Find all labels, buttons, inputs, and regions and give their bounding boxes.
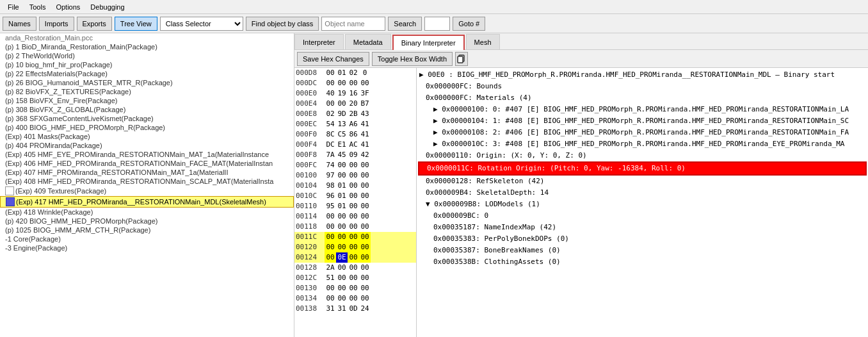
tree-item-1025[interactable]: (p) 1025 BIOG_HMM_ARM_CTH_R(Package)	[0, 226, 294, 234]
hex-line: 0010097000000	[294, 170, 416, 181]
object-name-input[interactable]	[321, 17, 385, 31]
left-panel: anda_Restoration_Main.pcc (p) 1 BioD_Mir…	[0, 33, 294, 337]
menu-tools[interactable]: Tools	[24, 2, 51, 12]
data-line-lod-models[interactable]: ▼ 0x000009B8: LODModels (1)	[418, 199, 867, 210]
tree-item-7[interactable]: (p) 158 BioVFX_Env_Fire(Package)	[0, 96, 294, 105]
toolbar: Names Imports Exports Tree View Class Se…	[0, 14, 868, 33]
imports-button[interactable]: Imports	[39, 17, 74, 31]
tree-item-16[interactable]: (Exp) 408 HMF_HED_PROMiranda_RESTORATION…	[0, 177, 294, 186]
data-line-per-poly[interactable]: 0x00035383: PerPolyBonekDOPs (0)	[418, 233, 867, 245]
right-panel: Interpreter Metadata Binary Interpreter …	[294, 33, 868, 337]
hex-line: 000F87A450942	[294, 150, 416, 160]
data-line-origin: 0x00000110: Origin: (X: 0, Y: 0, Z: 0)	[418, 150, 867, 161]
data-line-mat1[interactable]: ▶ 0x00000104: 1: #408 [E] BIOG_HMF_HED_P…	[418, 115, 867, 127]
tree-item-11[interactable]: (Exp) 401 Masks(Package)	[0, 132, 294, 141]
toggle-hex-button[interactable]: Toggle Hex Box Width	[372, 52, 453, 66]
hex-line: 001282A000000	[294, 263, 416, 273]
tree-item-13[interactable]: (Exp) 405 HMF_EYE_PROMiranda_RESTORATION…	[0, 150, 294, 159]
hex-line: 0013400000000	[294, 293, 416, 304]
tab-metadata[interactable]: Metadata	[345, 34, 391, 49]
hex-line: 000F08CC58641	[294, 129, 416, 140]
exports-button[interactable]: Exports	[77, 17, 112, 31]
hex-content-area: 000D80001020 000DC00000000 000E04019163F…	[294, 68, 868, 337]
tree-item-core[interactable]: -1 Core(Package)	[0, 234, 294, 243]
data-line-bone-break[interactable]: 0x00035387: BoneBreakNames (0)	[418, 245, 867, 256]
hex-line-highlighted: 0011C00000000	[294, 232, 416, 242]
tree-item-8[interactable]: (p) 308 BioVFX_Z_GLOBAL(Package)	[0, 105, 294, 114]
hex-line: 0012C51000000	[294, 273, 416, 283]
data-line-binary-start: ▶ 00E0 : BIOG_HMF_HED_PROMorph_R.PROMira…	[418, 69, 867, 81]
data-line-materials[interactable]: 0x000000FC: Materials (4)	[418, 92, 867, 104]
hex-panel: 000D80001020 000DC00000000 000E04019163F…	[294, 68, 416, 314]
data-line-refskeleton[interactable]: 0x00000128: RefSkeleton (42)	[418, 176, 867, 187]
tree-item-5[interactable]: (p) 26 BIOG_Humanoid_MASTER_MTR_R(Packag…	[0, 78, 294, 87]
tab-interpreter[interactable]: Interpreter	[294, 34, 344, 49]
hex-line: 0013831310D24	[294, 304, 416, 314]
tree-item-9[interactable]: (p) 368 SFXGameContentLiveKismet(Package…	[0, 114, 294, 123]
tree-item-14[interactable]: (Exp) 406 HMF_HED_PROMiranda_RESTORATION…	[0, 159, 294, 168]
main-layout: anda_Restoration_Main.pcc (p) 1 BioD_Mir…	[0, 33, 868, 337]
data-line-name-index-map[interactable]: 0x00035187: NameIndexMap (42)	[418, 222, 867, 233]
hex-line: 0011400000000	[294, 211, 416, 222]
names-button[interactable]: Names	[3, 17, 36, 31]
tree-item-3[interactable]: (p) 10 biog_hmf_hir_pro(Package)	[0, 60, 294, 69]
hex-line: 000F4DCE1AC41	[294, 140, 416, 150]
tree-item-420[interactable]: (p) 420 BIOG_HMM_HED_PROMorph(Package)	[0, 217, 294, 226]
data-line-lod0[interactable]: 0x000009BC: 0	[418, 210, 867, 222]
tree-item-15[interactable]: (Exp) 407 HMF_PROMiranda_RESTORATIONMain…	[0, 168, 294, 177]
data-tree-panel: ▶ 00E0 : BIOG_HMF_HED_PROMorph_R.PROMira…	[417, 68, 868, 337]
tab-mesh[interactable]: Mesh	[466, 34, 500, 49]
data-line-mat0[interactable]: ▶ 0x00000100: 0: #407 [E] BIOG_HMF_HED_P…	[418, 104, 867, 115]
data-line-skeletal-depth: 0x000009B4: SkeletalDepth: 14	[418, 187, 867, 199]
data-line-mat3[interactable]: ▶ 0x0000010C: 3: #408 [E] BIOG_HMF_HED_P…	[418, 138, 867, 150]
hex-line-highlighted: 0012000000000	[294, 242, 416, 252]
tree-item-17[interactable]: (Exp) 409 Textures(Package)	[0, 186, 294, 196]
menu-options[interactable]: Options	[51, 2, 85, 12]
tree-item-6[interactable]: (p) 82 BioVFX_Z_TEXTURES(Package)	[0, 87, 294, 96]
svg-rect-1	[458, 56, 463, 63]
goto-button[interactable]: Goto #	[453, 17, 485, 31]
hex-line: 0011095010000	[294, 201, 416, 211]
hex-line: 000E8029D2B43	[294, 109, 416, 119]
menu-bar: File Tools Options Debugging	[0, 0, 868, 14]
search-button[interactable]: Search	[388, 17, 422, 31]
hex-line-highlighted: 00124000E0000	[294, 252, 416, 263]
sub-toolbar: Save Hex Changes Toggle Hex Box Width	[294, 50, 868, 68]
hex-line: 0013000000000	[294, 283, 416, 293]
find-object-button[interactable]: Find object by class	[246, 17, 319, 31]
tab-bar: Interpreter Metadata Binary Interpreter …	[294, 33, 868, 50]
tree-item-2[interactable]: (p) 2 TheWorld(World)	[0, 51, 294, 60]
save-hex-button[interactable]: Save Hex Changes	[297, 52, 369, 66]
filename-label: anda_Restoration_Main.pcc	[0, 33, 294, 42]
tree-item-418[interactable]: (Exp) 417 HMF_HED_PROMiranda__RESTORATIO…	[0, 196, 294, 208]
hex-line: 000D80001020	[294, 68, 416, 78]
copy-icon[interactable]	[455, 52, 468, 66]
menu-file[interactable]: File	[3, 2, 24, 12]
tree-item-engine[interactable]: -3 Engine(Package)	[0, 243, 294, 252]
data-line-bounds: 0x000000FC: Bounds	[418, 81, 867, 92]
tree-item-418b[interactable]: (Exp) 418 Wrinkle(Package)	[0, 208, 294, 217]
hex-line: 0011800000000	[294, 222, 416, 232]
hex-line: 0010C96010000	[294, 191, 416, 201]
hex-line: 000E4000020B7	[294, 99, 416, 109]
tree-item-1[interactable]: (p) 1 BioD_Miranda_Restoration_Main(Pack…	[0, 42, 294, 51]
hex-line: 0010498010000	[294, 181, 416, 191]
class-selector-dropdown[interactable]: Class Selector	[160, 17, 243, 31]
data-line-rotation-origin[interactable]: 0x0000011C: Rotation Origin: (Pitch: 0, …	[418, 161, 867, 176]
data-line-mat2[interactable]: ▶ 0x00000108: 2: #406 [E] BIOG_HMF_HED_P…	[418, 127, 867, 138]
data-line-clothing[interactable]: 0x0003538B: ClothingAssets (0)	[418, 256, 867, 268]
tree-item-12[interactable]: (p) 404 PROMiranda(Package)	[0, 141, 294, 150]
menu-debugging[interactable]: Debugging	[85, 2, 129, 12]
hex-line: 000DC00000000	[294, 78, 416, 88]
tree-item-4[interactable]: (p) 22 EffectsMaterials(Package)	[0, 69, 294, 78]
hex-line: 000EC5413A641	[294, 119, 416, 129]
hex-line: 000E04019163F	[294, 88, 416, 99]
goto-input[interactable]: 417	[424, 17, 450, 31]
hex-line: 000FC74000000	[294, 160, 416, 170]
tree-view-button[interactable]: Tree View	[115, 17, 157, 31]
tree-item-10[interactable]: (p) 400 BIOG_HMF_HED_PROMorph_R(Package)	[0, 123, 294, 132]
tab-binary-interpreter[interactable]: Binary Interpreter	[392, 35, 465, 50]
